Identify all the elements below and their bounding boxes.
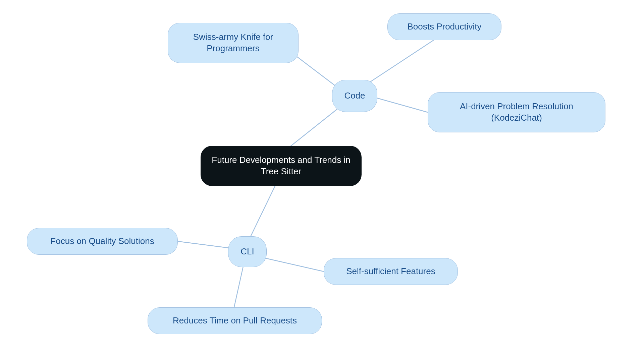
edge-center-cli: [248, 186, 275, 241]
edge-cli-reduces: [233, 266, 243, 312]
hub-cli: CLI: [228, 236, 267, 267]
leaf-swiss: Swiss-army Knife for Programmers: [168, 23, 299, 63]
leaf-ai: AI-driven Problem Resolution (KodeziChat…: [428, 92, 605, 132]
center-node: Future Developments and Trends in Tree S…: [201, 146, 362, 186]
leaf-reduces-label: Reduces Time on Pull Requests: [173, 315, 297, 326]
edge-cli-focus: [178, 241, 230, 248]
leaf-swiss-label: Swiss-army Knife for Programmers: [178, 32, 288, 54]
edge-code-boosts: [367, 39, 436, 84]
leaf-self: Self-sufficient Features: [324, 258, 458, 285]
hub-cli-label: CLI: [240, 246, 254, 257]
leaf-focus-label: Focus on Quality Solutions: [50, 236, 154, 247]
leaf-reduces: Reduces Time on Pull Requests: [148, 307, 322, 334]
edge-code-swiss: [295, 55, 337, 87]
leaf-focus: Focus on Quality Solutions: [27, 228, 178, 255]
hub-code-label: Code: [344, 90, 365, 102]
hub-code: Code: [332, 80, 377, 112]
leaf-boosts-label: Boosts Productivity: [407, 21, 481, 33]
center-label: Future Developments and Trends in Tree S…: [211, 155, 352, 177]
leaf-boosts: Boosts Productivity: [387, 13, 501, 40]
edge-cli-self: [265, 258, 324, 271]
leaf-self-label: Self-sufficient Features: [346, 266, 435, 277]
edge-code-ai: [374, 97, 428, 112]
leaf-ai-label: AI-driven Problem Resolution (KodeziChat…: [438, 101, 595, 124]
